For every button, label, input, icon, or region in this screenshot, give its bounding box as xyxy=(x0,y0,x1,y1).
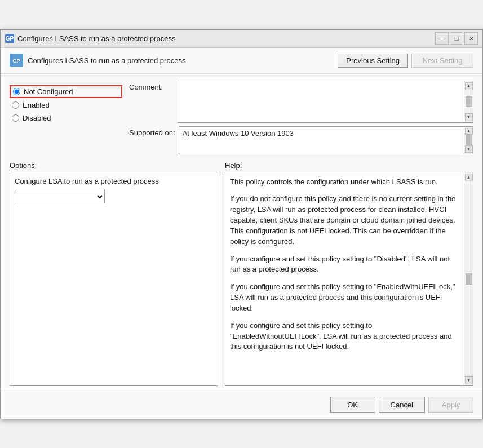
options-box: Configure LSA to run as a protected proc… xyxy=(10,172,218,386)
help-scroll-up[interactable]: ▲ xyxy=(465,174,473,181)
help-p3: If you configure and set this policy set… xyxy=(230,254,462,276)
options-section-label: Options: xyxy=(10,161,218,170)
options-panel: Options: Configure LSA to run as a prote… xyxy=(10,161,218,386)
comment-scrollbar: ▲ ▼ xyxy=(464,81,473,122)
comment-label: Comment: xyxy=(129,81,174,91)
ok-button[interactable]: OK xyxy=(330,397,375,413)
radio-enabled[interactable]: Enabled xyxy=(10,99,122,111)
help-p4: If you configure and set this policy set… xyxy=(230,282,462,314)
svg-text:GP: GP xyxy=(12,58,20,64)
options-inner-label: Configure LSA to run as a protected proc… xyxy=(15,177,213,185)
radio-enabled-input[interactable] xyxy=(12,101,19,109)
main-window: GP Configures LSASS to run as a protecte… xyxy=(0,29,483,419)
help-box: This policy controls the configuration u… xyxy=(225,172,473,386)
radio-disabled[interactable]: Disabled xyxy=(10,112,122,124)
help-scroll-thumb xyxy=(466,273,472,285)
radio-disabled-label: Disabled xyxy=(23,114,51,122)
radio-not-configured[interactable]: Not Configured xyxy=(10,85,122,98)
radio-group: Not Configured Enabled Disabled xyxy=(10,85,122,124)
help-section-label: Help: xyxy=(225,161,473,170)
radio-enabled-label: Enabled xyxy=(23,101,50,109)
comment-text-area[interactable]: ▲ ▼ xyxy=(178,81,473,123)
window-icon: GP xyxy=(5,34,14,43)
supported-label: Supported on: xyxy=(129,126,175,137)
help-panel: Help: This policy controls the configura… xyxy=(225,161,473,386)
help-scrollbar: ▲ ▼ xyxy=(464,172,473,385)
comment-scroll-thumb xyxy=(466,96,472,107)
help-scroll-down[interactable]: ▼ xyxy=(465,376,473,384)
comment-scroll-down[interactable]: ▼ xyxy=(465,113,473,121)
supported-value: At least Windows 10 Version 1903 xyxy=(183,129,294,137)
radio-disabled-input[interactable] xyxy=(12,114,19,122)
main-section: Options: Configure LSA to run as a prote… xyxy=(1,159,482,391)
next-setting-button[interactable]: Next Setting xyxy=(411,54,473,68)
supported-row: Supported on: At least Windows 10 Versio… xyxy=(129,126,473,154)
radio-not-configured-label: Not Configured xyxy=(24,87,73,96)
header-left: GP Configures LSASS to run as a protecte… xyxy=(10,54,185,67)
comment-scroll-up[interactable]: ▲ xyxy=(465,82,473,90)
supported-scroll-down[interactable]: ▼ xyxy=(465,145,473,153)
minimize-button[interactable]: — xyxy=(435,32,449,45)
footer: OK Cancel Apply xyxy=(1,391,482,419)
header-icon: GP xyxy=(10,54,23,67)
supported-box: At least Windows 10 Version 1903 ▲ ▼ xyxy=(179,126,473,154)
maximize-button[interactable]: □ xyxy=(450,32,463,45)
cancel-button[interactable]: Cancel xyxy=(379,397,425,413)
supported-scrollbar: ▲ ▼ xyxy=(464,127,473,154)
header-title: Configures LSASS to run as a protected p… xyxy=(28,56,185,65)
header-bar: GP Configures LSASS to run as a protecte… xyxy=(1,48,482,74)
title-bar: GP Configures LSASS to run as a protecte… xyxy=(1,30,482,48)
comment-row: Comment: ▲ ▼ xyxy=(129,81,473,123)
header-buttons: Previous Setting Next Setting xyxy=(338,54,473,68)
help-p1: This policy controls the configuration u… xyxy=(230,177,462,188)
apply-button[interactable]: Apply xyxy=(428,397,473,413)
supported-scroll-up[interactable]: ▲ xyxy=(465,128,473,135)
top-content: Not Configured Enabled Disabled Comment: xyxy=(1,74,482,159)
left-panel: Not Configured Enabled Disabled xyxy=(10,81,122,154)
close-button[interactable]: ✕ xyxy=(464,32,478,45)
title-bar-left: GP Configures LSASS to run as a protecte… xyxy=(5,34,175,43)
radio-not-configured-input[interactable] xyxy=(13,88,20,95)
help-p2: If you do not configure this policy and … xyxy=(230,194,462,247)
right-panel: Comment: ▲ ▼ Supported on: At least Wind… xyxy=(129,81,473,154)
title-bar-controls: — □ ✕ xyxy=(435,32,478,45)
help-p5: If you configure and set this policy set… xyxy=(230,321,462,353)
options-dropdown-row xyxy=(15,190,213,203)
window-title: Configures LSASS to run as a protected p… xyxy=(17,34,175,43)
supported-scroll-thumb xyxy=(466,135,472,145)
options-dropdown[interactable] xyxy=(15,190,105,203)
previous-setting-button[interactable]: Previous Setting xyxy=(338,54,408,68)
